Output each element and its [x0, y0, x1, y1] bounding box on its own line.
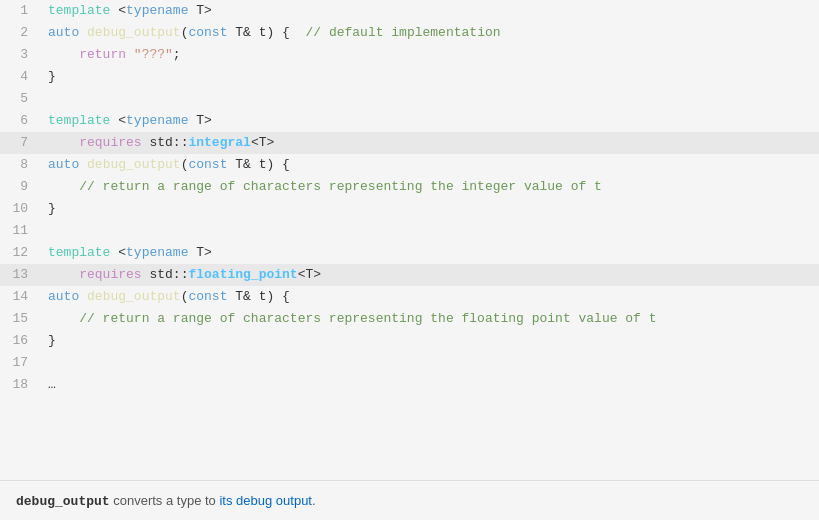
- code-line: 11: [0, 220, 819, 242]
- token: T>: [188, 245, 211, 260]
- line-number: 18: [0, 374, 40, 396]
- token: auto: [48, 25, 79, 40]
- line-content: auto debug_output(const T& t) { // defau…: [40, 22, 819, 44]
- line-content: auto debug_output(const T& t) {: [40, 154, 819, 176]
- line-number: 2: [0, 22, 40, 44]
- token: floating_point: [188, 267, 297, 282]
- line-number: 3: [0, 44, 40, 66]
- status-suffix: .: [312, 493, 316, 508]
- code-editor: 1template <typename T>2auto debug_output…: [0, 0, 819, 480]
- token: // return a range of characters represen…: [79, 311, 656, 326]
- token: requires: [79, 267, 141, 282]
- token: auto: [48, 289, 79, 304]
- token: const: [188, 289, 227, 304]
- code-line: 9 // return a range of characters repres…: [0, 176, 819, 198]
- token: requires: [79, 135, 141, 150]
- token: [48, 179, 79, 194]
- line-number: 13: [0, 264, 40, 286]
- line-content: …: [40, 374, 819, 396]
- function-reference: debug_output: [16, 494, 110, 509]
- line-content: }: [40, 330, 819, 352]
- code-line: 8auto debug_output(const T& t) {: [0, 154, 819, 176]
- line-content: requires std::floating_point<T>: [40, 264, 819, 286]
- code-line: 14auto debug_output(const T& t) {: [0, 286, 819, 308]
- code-line: 12template <typename T>: [0, 242, 819, 264]
- code-line: 18…: [0, 374, 819, 396]
- token: template: [48, 113, 110, 128]
- token: [79, 157, 87, 172]
- line-number: 5: [0, 88, 40, 110]
- line-content: template <typename T>: [40, 0, 819, 22]
- code-line: 17: [0, 352, 819, 374]
- token: typename: [126, 245, 188, 260]
- code-line: 16}: [0, 330, 819, 352]
- token: [48, 135, 79, 150]
- code-line: 1template <typename T>: [0, 0, 819, 22]
- token: std::: [142, 267, 189, 282]
- code-line: 2auto debug_output(const T& t) { // defa…: [0, 22, 819, 44]
- code-line: 10}: [0, 198, 819, 220]
- token: <T>: [298, 267, 321, 282]
- line-content: // return a range of characters represen…: [40, 308, 819, 330]
- line-number: 1: [0, 0, 40, 22]
- token: …: [48, 377, 56, 392]
- token: [79, 25, 87, 40]
- line-content: return "???";: [40, 44, 819, 66]
- code-line: 4}: [0, 66, 819, 88]
- line-content: // return a range of characters represen…: [40, 176, 819, 198]
- token: ;: [173, 47, 181, 62]
- code-line: 5: [0, 88, 819, 110]
- token: template: [48, 3, 110, 18]
- line-content: template <typename T>: [40, 110, 819, 132]
- token: }: [48, 69, 56, 84]
- line-content: requires std::integral<T>: [40, 132, 819, 154]
- token: }: [48, 201, 56, 216]
- token: [48, 311, 79, 326]
- status-bar: debug_output converts a type to its debu…: [0, 480, 819, 520]
- line-number: 7: [0, 132, 40, 154]
- line-number: 16: [0, 330, 40, 352]
- token: [126, 47, 134, 62]
- token: const: [188, 25, 227, 40]
- token: T& t) {: [227, 289, 289, 304]
- status-description: converts a type to: [110, 493, 220, 508]
- line-number: 8: [0, 154, 40, 176]
- token: [48, 47, 79, 62]
- token: auto: [48, 157, 79, 172]
- line-content: }: [40, 66, 819, 88]
- token: T>: [188, 113, 211, 128]
- line-number: 15: [0, 308, 40, 330]
- token: return: [79, 47, 126, 62]
- line-number: 6: [0, 110, 40, 132]
- token: debug_output: [87, 25, 181, 40]
- status-link[interactable]: its debug output: [219, 493, 312, 508]
- line-number: 14: [0, 286, 40, 308]
- token: T& t) {: [227, 157, 289, 172]
- line-number: 9: [0, 176, 40, 198]
- token: integral: [188, 135, 250, 150]
- token: [79, 289, 87, 304]
- token: }: [48, 333, 56, 348]
- line-number: 11: [0, 220, 40, 242]
- token: [48, 267, 79, 282]
- token: debug_output: [87, 289, 181, 304]
- token: T& t) {: [227, 25, 305, 40]
- line-number: 17: [0, 352, 40, 374]
- line-number: 4: [0, 66, 40, 88]
- token: <: [110, 3, 126, 18]
- token: debug_output: [87, 157, 181, 172]
- token: typename: [126, 3, 188, 18]
- token: "???": [134, 47, 173, 62]
- token: // default implementation: [306, 25, 501, 40]
- code-line: 13 requires std::floating_point<T>: [0, 264, 819, 286]
- code-line: 3 return "???";: [0, 44, 819, 66]
- token: <T>: [251, 135, 274, 150]
- token: template: [48, 245, 110, 260]
- token: T>: [188, 3, 211, 18]
- status-text: debug_output converts a type to its debu…: [16, 493, 316, 509]
- line-number: 12: [0, 242, 40, 264]
- token: typename: [126, 113, 188, 128]
- token: std::: [142, 135, 189, 150]
- code-line: 6template <typename T>: [0, 110, 819, 132]
- code-line: 7 requires std::integral<T>: [0, 132, 819, 154]
